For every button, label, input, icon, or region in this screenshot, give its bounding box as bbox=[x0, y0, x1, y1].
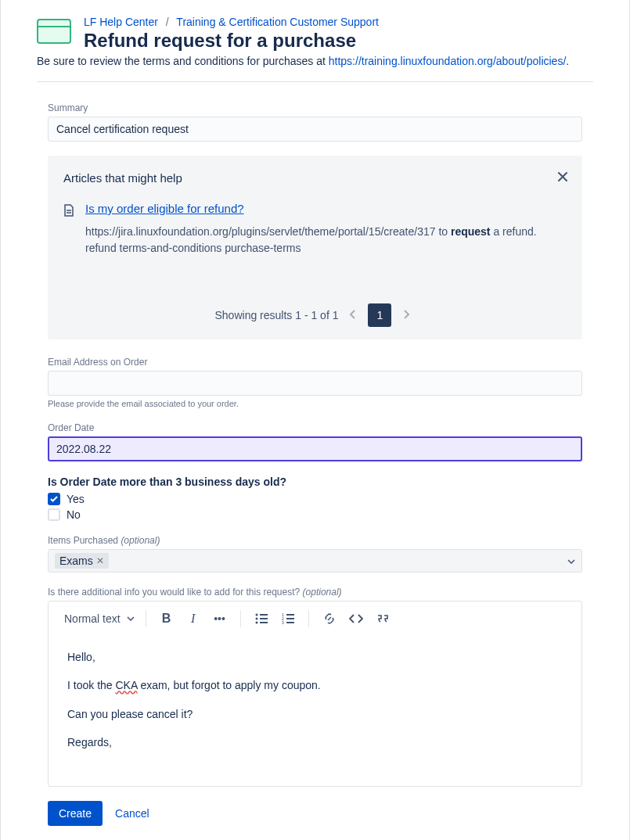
italic-icon[interactable]: I bbox=[184, 609, 203, 628]
checkbox-yes[interactable] bbox=[48, 493, 60, 505]
summary-label: Summary bbox=[48, 102, 582, 113]
pager-page-1[interactable]: 1 bbox=[368, 303, 391, 327]
email-input[interactable] bbox=[48, 371, 582, 396]
divider bbox=[37, 81, 593, 82]
chevron-down-icon bbox=[567, 555, 575, 566]
number-list-icon[interactable]: 123 bbox=[279, 609, 297, 628]
breadcrumb-link-2[interactable]: Training & Certification Customer Suppor… bbox=[176, 16, 379, 28]
page-title: Refund request for a purchase bbox=[84, 30, 593, 52]
cancel-button[interactable]: Cancel bbox=[115, 807, 149, 820]
order-date-input[interactable] bbox=[48, 436, 582, 461]
email-helper: Please provide the email associated to y… bbox=[48, 399, 582, 408]
more-format-icon[interactable]: ••• bbox=[211, 609, 229, 628]
items-select[interactable]: Exams ✕ bbox=[48, 549, 582, 573]
items-tag-label: Exams bbox=[59, 555, 93, 567]
svg-point-8 bbox=[255, 622, 257, 624]
breadcrumb: LF Help Center / Training & Certificatio… bbox=[84, 16, 593, 28]
breadcrumb-link-1[interactable]: LF Help Center bbox=[84, 16, 158, 28]
checkbox-yes-label: Yes bbox=[67, 493, 85, 505]
summary-input[interactable] bbox=[48, 117, 582, 142]
policies-link[interactable]: https://training.linuxfoundation.org/abo… bbox=[329, 55, 567, 67]
svg-rect-0 bbox=[38, 20, 70, 43]
editor-line-4: Regards, bbox=[67, 734, 563, 751]
code-icon[interactable] bbox=[347, 609, 365, 628]
order-date-label: Order Date bbox=[48, 422, 582, 433]
editor-body[interactable]: Hello, I took the CKA exam, but forgot t… bbox=[49, 636, 581, 786]
quote-icon[interactable] bbox=[373, 609, 392, 628]
suggestions-panel: Articles that might help Is my order eli… bbox=[48, 156, 582, 339]
editor-toolbar: Normal text B I ••• 123 bbox=[49, 601, 581, 636]
svg-text:3: 3 bbox=[282, 620, 284, 624]
subheading: Be sure to review the terms and conditio… bbox=[37, 55, 593, 67]
tag-remove-icon[interactable]: ✕ bbox=[96, 555, 104, 566]
editor-line-3: Can you please cancel it? bbox=[67, 705, 563, 723]
checkbox-no[interactable] bbox=[48, 508, 60, 521]
brand-icon bbox=[37, 19, 71, 44]
editor-line-2: I took the CKA exam, but forgot to apply… bbox=[67, 677, 563, 694]
article-link[interactable]: Is my order eligible for refund? bbox=[85, 202, 244, 215]
additional-label: Is there additional info you would like … bbox=[48, 587, 582, 598]
svg-point-6 bbox=[255, 618, 257, 620]
pager-prev[interactable] bbox=[344, 306, 362, 325]
breadcrumb-sep: / bbox=[166, 16, 169, 28]
rich-editor: Normal text B I ••• 123 bbox=[48, 601, 582, 787]
email-label: Email Address on Order bbox=[48, 357, 582, 368]
pager: Showing results 1 - 1 of 1 1 bbox=[63, 303, 567, 327]
subheading-suffix: . bbox=[566, 55, 569, 67]
svg-point-4 bbox=[255, 614, 257, 616]
article-snippet: https://jira.linuxfoundation.org/plugins… bbox=[85, 224, 567, 257]
items-tag: Exams ✕ bbox=[55, 553, 109, 569]
checkbox-no-label: No bbox=[67, 508, 81, 521]
link-icon[interactable] bbox=[320, 609, 339, 628]
old-order-label: Is Order Date more than 3 business days … bbox=[48, 476, 582, 488]
pager-next[interactable] bbox=[398, 306, 415, 325]
editor-line-1: Hello, bbox=[67, 648, 563, 666]
create-button[interactable]: Create bbox=[48, 801, 103, 826]
document-icon bbox=[63, 204, 76, 219]
text-style-select[interactable]: Normal text bbox=[64, 612, 135, 625]
bullet-list-icon[interactable] bbox=[252, 609, 271, 628]
close-icon[interactable] bbox=[557, 171, 568, 185]
suggestions-title: Articles that might help bbox=[63, 171, 567, 185]
subheading-prefix: Be sure to review the terms and conditio… bbox=[37, 55, 329, 67]
items-label: Items Purchased (optional) bbox=[48, 535, 582, 546]
pager-text: Showing results 1 - 1 of 1 bbox=[215, 309, 339, 321]
bold-icon[interactable]: B bbox=[157, 609, 176, 628]
